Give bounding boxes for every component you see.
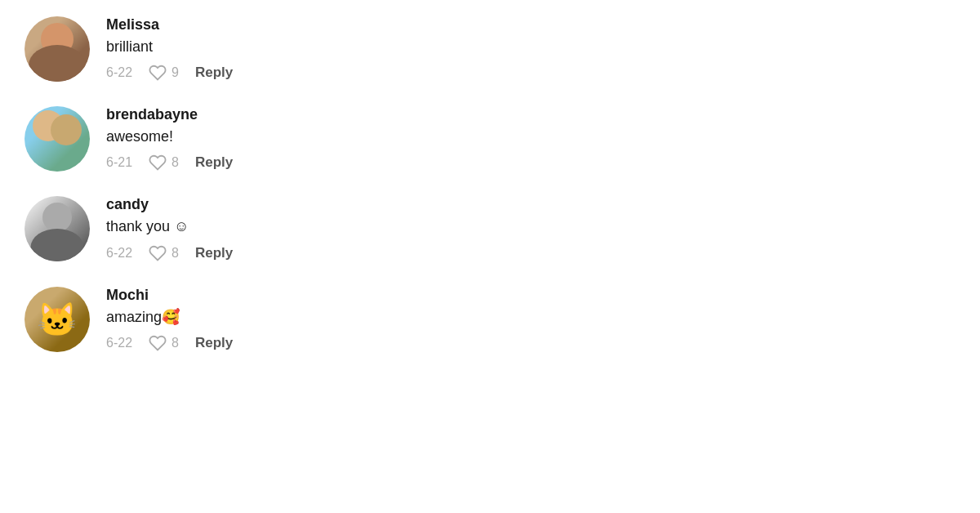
like-section: 8	[149, 154, 179, 172]
like-section: 9	[149, 64, 179, 82]
comment-item: Melissa brilliant 6-22 9 Reply	[24, 16, 547, 82]
avatar	[24, 16, 90, 82]
like-count: 9	[172, 65, 179, 80]
comment-meta: 6-21 8 Reply	[106, 154, 547, 172]
username: brendabayne	[106, 106, 547, 123]
reply-button[interactable]: Reply	[195, 335, 233, 351]
like-count: 8	[172, 246, 179, 261]
heart-icon[interactable]	[149, 154, 167, 172]
comment-date: 6-22	[106, 65, 132, 80]
avatar	[24, 287, 90, 352]
comment-date: 6-22	[106, 336, 132, 350]
comments-container: Melissa brilliant 6-22 9 Reply	[0, 0, 572, 393]
comment-content: Mochi amazing🥰 6-22 8 Reply	[106, 287, 547, 352]
comment-content: brendabayne awesome! 6-21 8 Reply	[106, 106, 547, 172]
like-section: 8	[149, 244, 179, 262]
like-count: 8	[172, 336, 179, 350]
comment-text: awesome!	[106, 127, 547, 147]
like-section: 8	[149, 334, 179, 352]
comment-item: Mochi amazing🥰 6-22 8 Reply	[24, 287, 547, 352]
reply-button[interactable]: Reply	[195, 245, 233, 261]
comment-content: Melissa brilliant 6-22 9 Reply	[106, 16, 547, 82]
avatar	[24, 106, 90, 172]
comment-text: brilliant	[106, 37, 547, 57]
comment-text: amazing🥰	[106, 307, 547, 328]
username: Mochi	[106, 287, 547, 304]
heart-icon[interactable]	[149, 334, 167, 352]
comment-item: brendabayne awesome! 6-21 8 Reply	[24, 106, 547, 172]
avatar	[24, 196, 90, 261]
comment-content: candy thank you ☺ 6-22 8 Reply	[106, 196, 547, 261]
username: Melissa	[106, 16, 547, 33]
heart-icon[interactable]	[149, 244, 167, 262]
like-count: 8	[172, 155, 179, 170]
comment-meta: 6-22 8 Reply	[106, 244, 547, 262]
heart-icon[interactable]	[149, 64, 167, 82]
comment-meta: 6-22 8 Reply	[106, 334, 547, 352]
comment-text: thank you ☺	[106, 216, 547, 237]
reply-button[interactable]: Reply	[195, 65, 233, 81]
reply-button[interactable]: Reply	[195, 154, 233, 171]
comment-meta: 6-22 9 Reply	[106, 64, 547, 82]
comment-date: 6-21	[106, 155, 132, 170]
comment-date: 6-22	[106, 246, 132, 261]
comment-item: candy thank you ☺ 6-22 8 Reply	[24, 196, 547, 261]
username: candy	[106, 196, 547, 213]
